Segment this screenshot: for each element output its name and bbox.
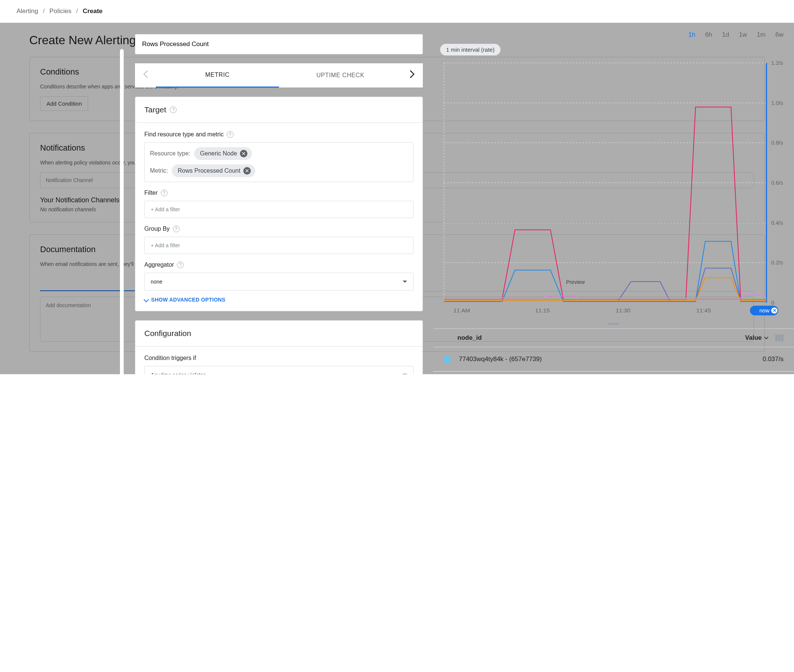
svg-text:0.2/s: 0.2/s <box>771 260 783 266</box>
svg-text:✕: ✕ <box>773 308 776 313</box>
breadcrumb-policies[interactable]: Policies <box>50 8 72 14</box>
target-heading: Target <box>144 105 166 114</box>
tab-uptime[interactable]: UPTIME CHECK <box>279 64 402 87</box>
svg-text:1.2/s: 1.2/s <box>771 60 783 66</box>
columns-icon[interactable] <box>775 334 783 341</box>
filter-label: Filter <box>144 190 158 196</box>
svg-text:0: 0 <box>771 300 774 306</box>
breadcrumb: Alerting / Policies / Create <box>0 0 794 23</box>
svg-text:0.8/s: 0.8/s <box>771 140 783 146</box>
time-range-1w[interactable]: 1w <box>739 31 747 38</box>
filter-input[interactable]: + Add a filter <box>144 201 414 218</box>
help-icon[interactable]: ? <box>161 190 168 196</box>
condition-name-input[interactable] <box>135 34 423 54</box>
time-range-1d[interactable]: 1d <box>722 31 729 38</box>
chevron-down-icon <box>144 297 149 302</box>
svg-text:1.0/s: 1.0/s <box>771 100 783 106</box>
legend-row[interactable]: 77403wq4ty84k - (657e7739)0.037/s <box>433 347 794 371</box>
remove-metric-icon[interactable]: ✕ <box>243 167 251 174</box>
find-metric-label: Find resource type and metric <box>144 131 224 138</box>
legend-table: node_id Value 77403wq4ty84k - (657e7739)… <box>433 328 794 374</box>
svg-text:11:45: 11:45 <box>696 307 711 314</box>
svg-text:11:30: 11:30 <box>616 307 630 314</box>
series-color-dot <box>444 356 451 363</box>
configuration-section: Configuration Condition triggers if Any … <box>135 320 423 374</box>
target-section: Target ? Find resource type and metric ?… <box>135 97 423 311</box>
condition-editor-panel: METRIC UPTIME CHECK Target ? Find resour… <box>120 23 794 374</box>
aggregator-select[interactable]: none <box>144 273 414 291</box>
metric-chip-label: Rows Processed Count <box>178 168 240 174</box>
legend-key-header[interactable]: node_id <box>457 334 482 342</box>
tab-metric[interactable]: METRIC <box>156 63 279 88</box>
panel-scrollbar[interactable] <box>120 49 124 374</box>
metric-chart[interactable]: 00.2/s0.4/s0.6/s0.8/s1.0/s1.2/s11 AM11:1… <box>440 59 794 322</box>
groupby-label: Group By <box>144 226 170 232</box>
time-range-6h[interactable]: 6h <box>705 31 712 38</box>
help-icon[interactable]: ? <box>170 106 176 113</box>
svg-text:0.6/s: 0.6/s <box>771 180 783 186</box>
time-range-1h[interactable]: 1h <box>688 31 695 38</box>
chevron-down-icon <box>764 336 768 340</box>
metric-label: Metric: <box>150 168 168 174</box>
chevron-right-icon <box>410 70 415 78</box>
help-icon[interactable]: ? <box>227 131 234 138</box>
configuration-heading: Configuration <box>144 329 191 338</box>
show-advanced-toggle[interactable]: SHOW ADVANCED OPTIONS <box>144 297 414 302</box>
time-range-6w[interactable]: 6w <box>775 31 783 38</box>
legend-id: 77403wq4ty84k - (657e7739) <box>459 355 542 363</box>
tab-next-arrow[interactable] <box>402 66 423 85</box>
tab-prev-arrow[interactable] <box>135 66 156 85</box>
help-icon[interactable]: ? <box>177 261 184 268</box>
help-icon[interactable]: ? <box>173 226 180 232</box>
chevron-down-icon <box>403 374 407 374</box>
resource-type-chip[interactable]: Generic Node ✕ <box>194 147 252 160</box>
svg-text:0.4/s: 0.4/s <box>771 220 783 226</box>
time-range-picker: 1h6h1d1w1m6w <box>433 28 794 44</box>
interval-pill: 1 min interval (rate) <box>440 44 500 56</box>
condition-type-tabbar: METRIC UPTIME CHECK <box>135 63 423 88</box>
legend-value-label: Value <box>745 334 762 342</box>
aggregator-value: none <box>151 279 162 285</box>
metric-chip[interactable]: Rows Processed Count ✕ <box>172 165 255 177</box>
groupby-input[interactable]: + Add a filter <box>144 237 414 254</box>
legend-row[interactable]: 03guhbfpak0w7 - (d8c80bef)0.017/s <box>433 371 794 374</box>
legend-value: 0.037/s <box>762 355 783 363</box>
time-range-1m[interactable]: 1m <box>757 31 766 38</box>
show-advanced-label: SHOW ADVANCED OPTIONS <box>151 297 225 302</box>
triggers-select[interactable]: Any time series violates <box>144 366 414 374</box>
svg-text:now: now <box>760 307 770 314</box>
chevron-down-icon <box>403 280 407 285</box>
remove-resource-icon[interactable]: ✕ <box>240 150 247 157</box>
legend-value-header[interactable]: Value <box>745 334 768 342</box>
aggregator-label: Aggregator <box>144 261 174 268</box>
svg-text:11:15: 11:15 <box>535 307 550 314</box>
triggers-label: Condition triggers if <box>144 355 196 362</box>
legend-resize-handle[interactable] <box>608 323 619 325</box>
breadcrumb-current: Create <box>83 8 103 14</box>
resource-metric-picker[interactable]: Resource type: Generic Node ✕ Metric: Ro… <box>144 142 414 182</box>
chevron-left-icon <box>143 70 148 78</box>
breadcrumb-alerting[interactable]: Alerting <box>16 8 38 14</box>
resource-type-label: Resource type: <box>150 150 191 157</box>
resource-type-chip-label: Generic Node <box>200 150 237 157</box>
svg-text:11 AM: 11 AM <box>454 307 470 314</box>
triggers-value: Any time series violates <box>151 372 206 374</box>
